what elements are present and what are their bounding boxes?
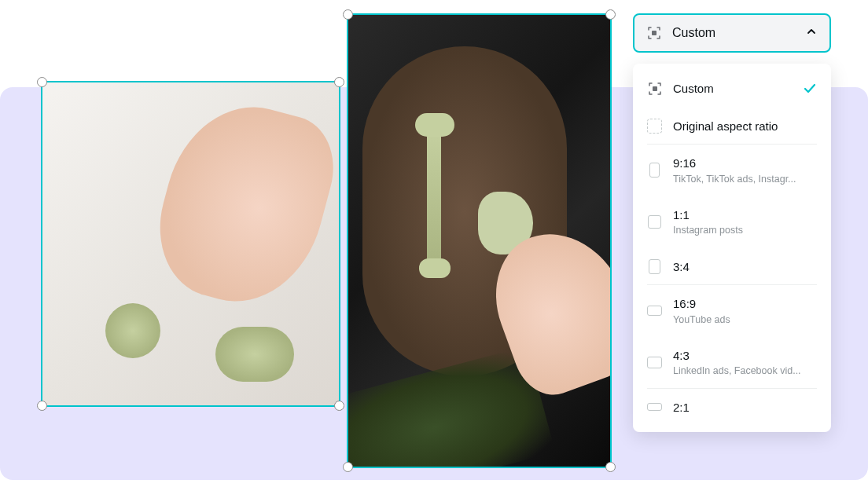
option-label: 1:1 xyxy=(673,207,817,223)
selected-image-1[interactable] xyxy=(41,81,340,407)
ratio-3-4-icon xyxy=(647,259,662,274)
option-label: Original aspect ratio xyxy=(673,119,817,134)
option-label: 9:16 xyxy=(673,156,817,171)
option-sublabel: YouTube ads xyxy=(673,313,811,326)
option-sublabel: LinkedIn ads, Facebook vid... xyxy=(673,364,811,377)
resize-handle-top-right[interactable] xyxy=(605,9,616,20)
aspect-option-2-1[interactable]: 2:1 xyxy=(633,389,831,427)
ratio-1-1-icon xyxy=(647,214,662,229)
aspect-option-original[interactable]: Original aspect ratio xyxy=(633,108,831,145)
ratio-9-16-icon xyxy=(647,163,662,178)
resize-handle-top-left[interactable] xyxy=(37,77,47,87)
svg-rect-1 xyxy=(653,86,657,91)
option-label: 16:9 xyxy=(673,296,817,312)
resize-handle-bottom-right[interactable] xyxy=(334,401,344,411)
aspect-option-custom[interactable]: Custom xyxy=(633,70,831,108)
option-label: 2:1 xyxy=(673,400,817,416)
aspect-ratio-dropdown-trigger[interactable]: Custom xyxy=(633,13,831,53)
option-label: Custom xyxy=(673,81,792,97)
image-content-1 xyxy=(42,82,339,405)
chevron-up-icon xyxy=(806,26,817,40)
resize-handle-top-right[interactable] xyxy=(334,77,344,87)
aspect-ratio-dropdown-panel: Custom Original aspect ratio 9:16 TikTok… xyxy=(633,64,831,432)
resize-handle-top-left[interactable] xyxy=(343,9,353,20)
selected-image-2[interactable] xyxy=(347,13,612,468)
ratio-16-9-icon xyxy=(647,303,662,318)
ratio-2-1-icon xyxy=(647,400,662,415)
aspect-option-9-16[interactable]: 9:16 TikTok, TikTok ads, Instagr... xyxy=(633,145,831,196)
dropdown-trigger-label: Custom xyxy=(672,26,715,40)
option-sublabel: Instagram posts xyxy=(673,224,811,236)
original-ratio-icon xyxy=(647,119,662,134)
aspect-option-1-1[interactable]: 1:1 Instagram posts xyxy=(633,196,831,248)
ratio-4-3-icon xyxy=(647,355,662,370)
resize-handle-bottom-right[interactable] xyxy=(605,462,616,472)
custom-crop-icon xyxy=(647,26,661,40)
resize-handle-bottom-left[interactable] xyxy=(343,462,353,472)
custom-crop-icon xyxy=(647,81,662,96)
image-content-2 xyxy=(348,15,610,467)
option-label: 3:4 xyxy=(673,259,817,275)
check-icon xyxy=(803,82,817,96)
resize-handle-bottom-left[interactable] xyxy=(37,401,47,411)
aspect-option-3-4[interactable]: 3:4 xyxy=(633,248,831,286)
option-sublabel: TikTok, TikTok ads, Instagr... xyxy=(673,173,811,185)
option-label: 4:3 xyxy=(673,348,817,364)
svg-rect-0 xyxy=(652,31,657,35)
aspect-option-16-9[interactable]: 16:9 YouTube ads xyxy=(633,285,831,337)
aspect-option-4-3[interactable]: 4:3 LinkedIn ads, Facebook vid... xyxy=(633,337,831,389)
